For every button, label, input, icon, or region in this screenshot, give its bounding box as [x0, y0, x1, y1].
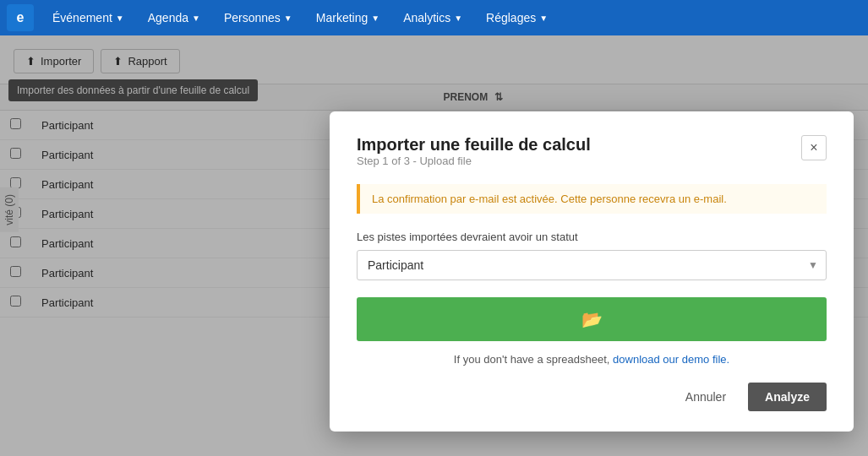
chevron-down-icon: ▼	[371, 14, 379, 23]
chevron-down-icon: ▼	[116, 14, 124, 23]
nav-item-analytics[interactable]: Analytics ▼	[391, 0, 474, 35]
status-select-wrapper: Participant Intervenant VIP En attente ▼	[357, 250, 827, 280]
cancel-button[interactable]: Annuler	[672, 383, 740, 411]
modal-close-button[interactable]: ×	[801, 135, 827, 160]
navbar: e Événement ▼ Agenda ▼ Personnes ▼ Marke…	[0, 0, 868, 35]
analyze-button[interactable]: Analyze	[748, 383, 827, 411]
chevron-down-icon: ▼	[192, 14, 200, 23]
nav-item-marketing[interactable]: Marketing ▼	[304, 0, 391, 35]
nav-item-agenda[interactable]: Agenda ▼	[136, 0, 212, 35]
main-content: ⬆ Importer ⬆ Rapport Importer des donnée…	[0, 35, 868, 456]
email-warning: La confirmation par e-mail est activée. …	[357, 184, 827, 214]
chevron-down-icon: ▼	[284, 14, 292, 23]
import-modal: Importer une feuille de calcul Step 1 of…	[330, 111, 854, 432]
folder-open-icon: 📂	[581, 309, 603, 329]
status-select[interactable]: Participant Intervenant VIP En attente	[357, 250, 827, 280]
demo-file-text: If you don't have a spreadsheet, downloa…	[357, 353, 827, 366]
modal-footer: Annuler Analyze	[357, 383, 827, 411]
demo-file-link[interactable]: download our demo file.	[613, 353, 729, 366]
status-form-label: Les pistes importées devraient avoir un …	[357, 231, 827, 243]
chevron-down-icon: ▼	[454, 14, 462, 23]
nav-item-personnes[interactable]: Personnes ▼	[212, 0, 304, 35]
upload-file-button[interactable]: 📂	[357, 297, 827, 341]
nav-item-reglages[interactable]: Réglages ▼	[474, 0, 560, 35]
modal-step: Step 1 of 3 - Upload file	[357, 155, 591, 167]
modal-header: Importer une feuille de calcul Step 1 of…	[357, 135, 827, 181]
chevron-down-icon: ▼	[539, 14, 548, 23]
nav-item-evenement[interactable]: Événement ▼	[41, 0, 136, 35]
modal-title: Importer une feuille de calcul	[357, 135, 591, 155]
logo[interactable]: e	[7, 4, 34, 31]
logo-text: e	[17, 10, 25, 25]
